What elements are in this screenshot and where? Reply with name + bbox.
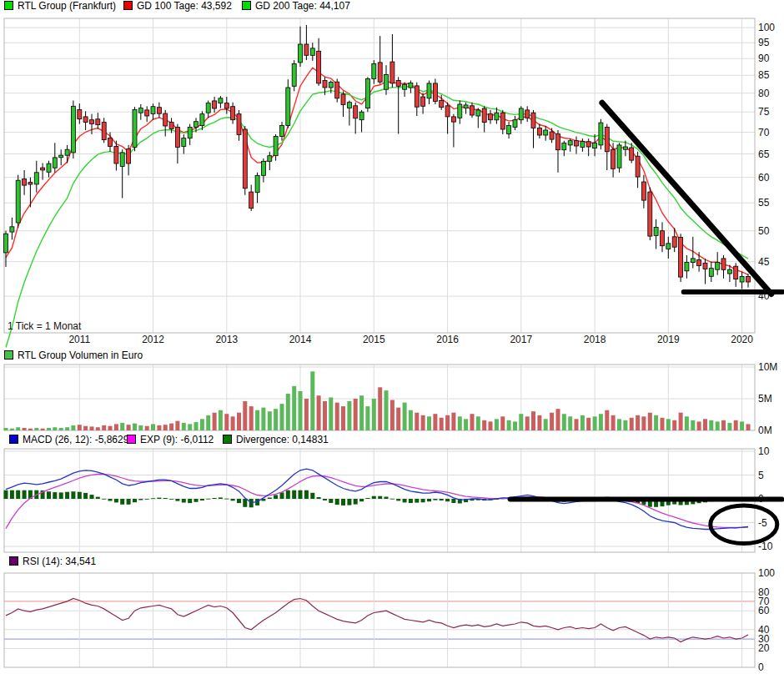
- svg-text:95: 95: [758, 37, 770, 48]
- svg-text:2020: 2020: [731, 334, 753, 345]
- rsi-label: RSI (14): 34,541: [23, 556, 96, 567]
- svg-text:2014: 2014: [289, 334, 312, 345]
- svg-text:2012: 2012: [142, 334, 164, 345]
- gd100-swatch-icon: [123, 1, 133, 10]
- price-panel: 1009590858075706560555045402011201220132…: [4, 18, 776, 348]
- svg-text:10M: 10M: [758, 361, 777, 373]
- svg-text:55: 55: [758, 197, 770, 209]
- volume-legend: RTL Group Volumen in Euro: [4, 350, 143, 361]
- price-legend-gd100: GD 100 Tage: 43,592: [123, 1, 232, 12]
- svg-text:100: 100: [758, 567, 775, 579]
- svg-text:2019: 2019: [657, 334, 680, 345]
- svg-text:2016: 2016: [436, 334, 459, 345]
- svg-text:10: 10: [758, 445, 770, 457]
- exp-label: EXP (9): -6,0112: [140, 434, 214, 445]
- svg-text:45: 45: [758, 256, 770, 268]
- svg-text:5: 5: [758, 470, 764, 481]
- svg-text:2011: 2011: [68, 334, 90, 345]
- svg-text:1 Tick = 1 Monat: 1 Tick = 1 Monat: [8, 320, 82, 332]
- svg-text:90: 90: [758, 53, 770, 64]
- svg-text:60: 60: [758, 172, 770, 184]
- divergence-label: Divergence: 0,14831: [236, 434, 329, 445]
- svg-text:0: 0: [758, 661, 764, 673]
- gd200-label: GD 200 Tage: 44,107: [255, 0, 350, 12]
- svg-text:100: 100: [758, 22, 775, 33]
- svg-text:20: 20: [758, 642, 770, 654]
- svg-text:0M: 0M: [758, 425, 772, 436]
- volume-panel: 10M5M0M: [4, 361, 778, 436]
- price-legend-series: RTL Group (Frankfurt): [4, 1, 116, 12]
- macd-legend-exp: EXP (9): -6,0112: [127, 435, 214, 445]
- price-series-label: RTL Group (Frankfurt): [18, 0, 116, 12]
- svg-text:-5: -5: [758, 517, 767, 529]
- volume-swatch-icon: [4, 350, 13, 360]
- rsi-swatch-icon: [9, 556, 18, 566]
- macd-label: MACD (26, 12): -5,8629: [23, 434, 128, 445]
- svg-text:2015: 2015: [363, 334, 385, 345]
- macd-swatch-icon: [9, 435, 18, 444]
- macd-legend-macd: MACD (26, 12): -5,8629: [9, 435, 128, 445]
- chart-stage: 1009590858075706560555045402011201220132…: [0, 0, 784, 679]
- svg-text:70: 70: [758, 127, 770, 138]
- macd-legend-divergence: Divergence: 0,14831: [223, 435, 329, 445]
- svg-text:2018: 2018: [584, 334, 606, 345]
- chart-canvas: 1009590858075706560555045402011201220132…: [0, 0, 784, 679]
- rsi-panel: 1008070604030200: [4, 567, 775, 673]
- exp-swatch-icon: [127, 435, 136, 444]
- gd100-label: GD 100 Tage: 43,592: [137, 0, 232, 12]
- svg-text:80: 80: [758, 88, 770, 99]
- svg-text:50: 50: [758, 225, 770, 237]
- gd200-swatch-icon: [242, 1, 251, 10]
- svg-text:75: 75: [758, 106, 770, 118]
- price-legend-gd200: GD 200 Tage: 44,107: [242, 1, 350, 12]
- svg-text:5M: 5M: [758, 393, 772, 405]
- rsi-legend: RSI (14): 34,541: [9, 556, 96, 567]
- svg-text:60: 60: [758, 605, 770, 616]
- volume-label: RTL Group Volumen in Euro: [18, 350, 143, 361]
- svg-text:2013: 2013: [215, 334, 238, 345]
- svg-text:85: 85: [758, 69, 770, 81]
- divergence-swatch-icon: [223, 435, 232, 444]
- svg-text:2017: 2017: [510, 334, 532, 345]
- price-series-swatch-icon: [4, 1, 13, 10]
- svg-text:65: 65: [758, 148, 770, 160]
